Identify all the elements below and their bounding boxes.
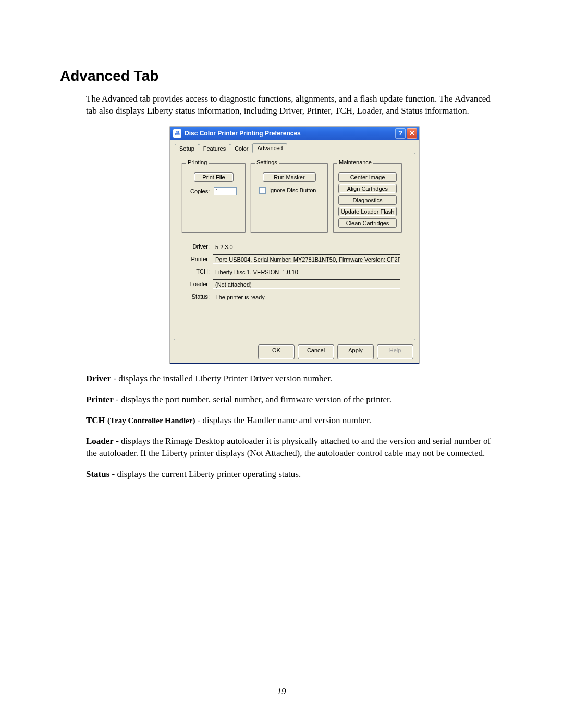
page-footer: 19 [60,684,503,697]
info-rows: Driver: 5.2.3.0 Printer: Port: USB004, S… [181,242,408,301]
desc-printer: Printer - displays the port number, seri… [86,394,503,406]
print-file-button[interactable]: Print File [194,172,234,182]
desc-driver-term: Driver [86,374,111,384]
driver-value: 5.2.3.0 [213,242,400,251]
apply-button[interactable]: Apply [337,344,374,359]
tch-value: Liberty Disc 1, VERSION_1.0.10 [213,267,400,276]
page-heading: Advanced Tab [60,68,503,84]
clean-cartridges-button[interactable]: Clean Cartridges [338,218,397,228]
page: Advanced Tab The Advanced tab provides a… [0,0,563,728]
tab-setup[interactable]: Setup [175,144,199,153]
desc-driver-text: - displays the installed Liberty Printer… [111,374,332,384]
ignore-disc-label: Ignore Disc Button [269,187,316,193]
desc-tch-term2: (Tray Controller Handler) [107,416,195,425]
intro-paragraph: The Advanced tab provides access to diag… [86,93,503,117]
info-row-loader: Loader: (Not attached) [181,279,408,289]
title-bar-text: Disc Color Printer Printing Preferences [185,130,394,137]
update-loader-flash-button[interactable]: Update Loader Flash [338,207,397,216]
group-printing-legend: Printing [186,159,209,165]
ignore-disc-checkbox[interactable] [259,187,266,194]
group-printing: Printing Print File Copies: [181,163,246,233]
group-settings: Settings Run Masker Ignore Disc Button [250,163,328,233]
tab-features[interactable]: Features [199,144,230,153]
tab-advanced[interactable]: Advanced [252,143,287,153]
screenshot-container: 🖶 Disc Color Printer Printing Preference… [86,127,503,364]
loader-label: Loader: [181,281,213,287]
help-icon[interactable]: ? [395,128,406,139]
info-row-status: Status: The printer is ready. [181,292,408,301]
desc-printer-text: - displays the port number, serial numbe… [114,394,391,404]
status-label: Status: [181,293,213,300]
group-maintenance-legend: Maintenance [337,159,373,165]
title-bar-buttons: ? ✕ [394,127,418,140]
tab-color[interactable]: Color [230,144,253,153]
desc-loader-text: - displays the Rimage Desktop autoloader… [86,436,491,458]
desc-status: Status - displays the current Liberty pr… [86,468,503,480]
tch-label: TCH: [181,268,213,275]
desc-loader-term: Loader [86,436,114,446]
dialog-button-row: OK Cancel Apply Help [174,340,415,360]
desc-tch-term: TCH [86,415,107,425]
copies-label: Copies: [190,188,210,194]
copies-row: Copies: [190,187,240,195]
printer-icon: 🖶 [173,129,181,138]
group-maintenance: Maintenance Center Image Align Cartridge… [333,163,402,233]
desc-status-term: Status [86,469,109,479]
page-number: 19 [277,686,286,696]
desc-tch-text: - displays the Handler name and version … [195,415,371,425]
tab-strip: Setup Features Color Advanced [174,143,415,153]
copies-input[interactable] [214,187,237,195]
desc-printer-term: Printer [86,394,114,404]
dialog-window: 🖶 Disc Color Printer Printing Preference… [170,127,419,364]
info-row-printer: Printer: Port: USB004, Serial Number: MY… [181,254,408,264]
info-row-driver: Driver: 5.2.3.0 [181,242,408,251]
close-icon[interactable]: ✕ [407,128,417,139]
status-value: The printer is ready. [213,292,400,301]
diagnostics-button[interactable]: Diagnostics [338,195,397,205]
group-settings-legend: Settings [255,159,279,165]
align-cartridges-button[interactable]: Align Cartridges [338,184,397,193]
cancel-button[interactable]: Cancel [298,344,334,359]
dialog-body: Setup Features Color Advanced Printing P… [170,140,419,364]
loader-value: (Not attached) [213,279,400,289]
center-image-button[interactable]: Center Image [338,172,397,182]
group-row: Printing Print File Copies: Settings Run… [181,163,408,233]
tab-panel-advanced: Printing Print File Copies: Settings Run… [174,153,415,340]
desc-tch: TCH (Tray Controller Handler) - displays… [86,415,503,427]
desc-status-text: - displays the current Liberty printer o… [109,469,301,479]
printer-label: Printer: [181,256,213,262]
driver-label: Driver: [181,243,213,250]
desc-driver: Driver - displays the installed Liberty … [86,373,503,385]
run-masker-button[interactable]: Run Masker [263,172,316,182]
info-row-tch: TCH: Liberty Disc 1, VERSION_1.0.10 [181,267,408,276]
printer-value: Port: USB004, Serial Number: MY2781B1NT5… [213,254,400,264]
desc-loader: Loader - displays the Rimage Desktop aut… [86,436,503,460]
ok-button[interactable]: OK [258,344,295,359]
help-button[interactable]: Help [377,344,413,359]
ignore-disc-row: Ignore Disc Button [256,187,323,194]
title-bar: 🖶 Disc Color Printer Printing Preference… [170,127,419,140]
